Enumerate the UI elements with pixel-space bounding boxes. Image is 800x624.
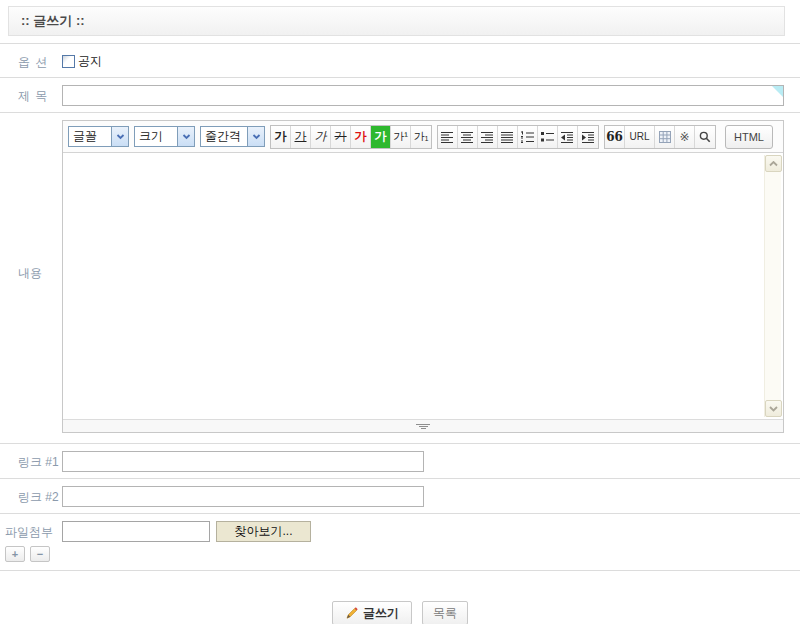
- chevron-down-icon: [247, 127, 264, 146]
- submit-button[interactable]: 글쓰기: [332, 601, 412, 624]
- resize-grip-icon: [416, 423, 430, 429]
- option-label: 옵 션: [0, 51, 62, 71]
- bottom-divider: [0, 570, 800, 571]
- browse-button[interactable]: 찾아보기...: [216, 521, 311, 542]
- list-button-label: 목록: [433, 605, 457, 622]
- url-button[interactable]: URL: [625, 126, 655, 148]
- title-row: 제 목: [0, 77, 800, 112]
- file-input[interactable]: [62, 521, 210, 542]
- bold-button[interactable]: 가: [271, 126, 291, 148]
- title-corner-decoration: [772, 86, 783, 97]
- scroll-up-icon[interactable]: [765, 155, 782, 172]
- write-post-page: :: 글쓰기 :: 옵 션 공지 제 목 내용 글꼴: [0, 6, 800, 624]
- indent-icon[interactable]: [578, 126, 598, 148]
- text-style-group: 가 가 가 가 가 가 가¹ 가₁: [270, 125, 432, 149]
- title-input[interactable]: [62, 85, 784, 106]
- editor-scrollbar[interactable]: [764, 155, 781, 417]
- submit-button-label: 글쓰기: [363, 605, 399, 622]
- unordered-list-icon[interactable]: [538, 126, 558, 148]
- html-mode-button[interactable]: HTML: [725, 125, 773, 149]
- highlight-color-button[interactable]: 가: [371, 126, 391, 148]
- ordered-list-icon[interactable]: [518, 126, 538, 148]
- page-title: :: 글쓰기 ::: [8, 6, 785, 36]
- content-label: 내용: [0, 120, 62, 282]
- remove-file-button[interactable]: −: [30, 546, 50, 562]
- strikethrough-button[interactable]: 가: [331, 126, 351, 148]
- link2-label: 링크 #2: [0, 486, 62, 506]
- form-actions: 글쓰기 목록: [0, 601, 800, 624]
- link1-row: 링크 #1: [0, 443, 800, 478]
- chevron-down-icon: [111, 127, 128, 146]
- option-row: 옵 션 공지: [0, 43, 800, 77]
- paragraph-group: [437, 125, 599, 149]
- chevron-down-icon: [177, 127, 194, 146]
- insert-group: 66 URL ※: [604, 125, 716, 149]
- font-color-button[interactable]: 가: [351, 126, 371, 148]
- subscript-button[interactable]: 가₁: [411, 126, 431, 148]
- file-row: 파일첨부 찾아보기... + −: [0, 513, 800, 570]
- editor-resize-handle[interactable]: [63, 419, 783, 432]
- align-left-icon[interactable]: [438, 126, 458, 148]
- italic-button[interactable]: 가: [311, 126, 331, 148]
- line-spacing-select[interactable]: 줄간격: [200, 126, 265, 147]
- add-file-button[interactable]: +: [5, 546, 25, 562]
- content-row: 내용 글꼴 크기: [0, 112, 800, 443]
- underline-button[interactable]: 가: [291, 126, 311, 148]
- scroll-down-icon[interactable]: [765, 400, 782, 417]
- editor-toolbar: 글꼴 크기 줄간격: [63, 121, 783, 153]
- list-button[interactable]: 목록: [422, 601, 468, 624]
- editor-body[interactable]: [63, 153, 783, 419]
- wysiwyg-editor: 글꼴 크기 줄간격: [62, 120, 784, 433]
- link2-row: 링크 #2: [0, 478, 800, 513]
- link1-input[interactable]: [62, 451, 424, 472]
- align-center-icon[interactable]: [458, 126, 478, 148]
- align-right-icon[interactable]: [478, 126, 498, 148]
- font-size-select[interactable]: 크기: [134, 126, 195, 147]
- align-justify-icon[interactable]: [498, 126, 518, 148]
- file-label: 파일첨부: [0, 521, 62, 542]
- superscript-button[interactable]: 가¹: [391, 126, 411, 148]
- link1-label: 링크 #1: [0, 451, 62, 471]
- blockquote-button[interactable]: 66: [605, 126, 625, 148]
- title-label: 제 목: [0, 85, 62, 105]
- pencil-icon: [345, 606, 359, 620]
- notice-checkbox[interactable]: [62, 55, 75, 68]
- special-char-button[interactable]: ※: [675, 126, 695, 148]
- notice-checkbox-label[interactable]: 공지: [78, 53, 102, 70]
- link2-input[interactable]: [62, 486, 424, 507]
- search-icon[interactable]: [695, 126, 715, 148]
- font-family-select[interactable]: 글꼴: [68, 126, 129, 147]
- outdent-icon[interactable]: [558, 126, 578, 148]
- table-icon[interactable]: [655, 126, 675, 148]
